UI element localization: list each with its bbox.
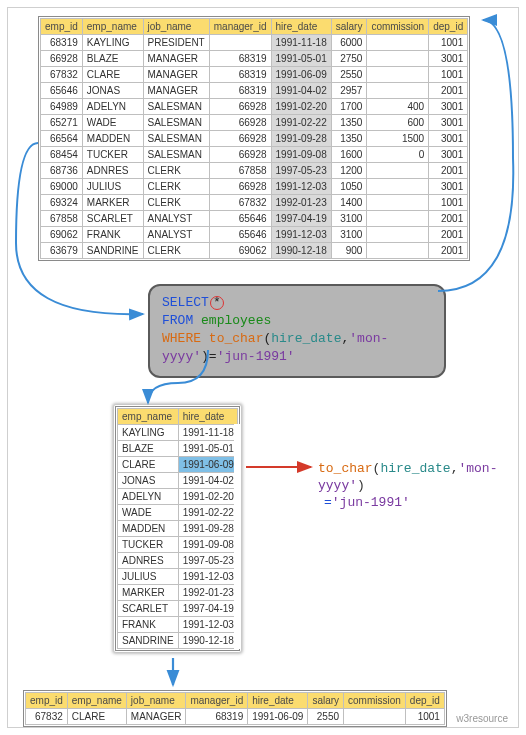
sql-close: ) <box>201 349 209 364</box>
table-row: MADDEN1991-09-28 <box>118 521 238 537</box>
table-row: 67858SCARLETANALYST656461997-04-19310020… <box>41 211 468 227</box>
col-commission: commission <box>367 19 429 35</box>
sql-val: 'jun-1991' <box>217 349 295 364</box>
table-row: ADELYN1991-02-20 <box>118 489 238 505</box>
sql-where-kw: WHERE <box>162 331 201 346</box>
col-emp_name: emp_name <box>118 409 179 425</box>
table-row: 69324MARKERCLERK678321992-01-2314001001 <box>41 195 468 211</box>
expr-val: 'jun-1991' <box>332 495 410 510</box>
expr-col: hire_date <box>380 461 450 476</box>
col-emp_name: emp_name <box>82 19 143 35</box>
table-row: 66564MADDENSALESMAN669281991-09-28135015… <box>41 131 468 147</box>
table-row: CLARE1991-06-09 <box>118 457 238 473</box>
table-row: BLAZE1991-05-01 <box>118 441 238 457</box>
col-dep_id: dep_id <box>405 693 444 709</box>
col-emp_name: emp_name <box>67 693 126 709</box>
col-hire_date: hire_date <box>271 19 331 35</box>
table-row: 68736ADNRESCLERK678581997-05-2312002001 <box>41 163 468 179</box>
col-emp_id: emp_id <box>26 693 68 709</box>
sql-func: to_char <box>209 331 264 346</box>
sql-select-kw: SELECT <box>162 295 209 310</box>
table-row: 68319KAYLINGPRESIDENT1991-11-1860001001 <box>41 35 468 51</box>
table-row: 69062FRANKANALYST656461991-12-0331002001 <box>41 227 468 243</box>
table-row: 64989ADELYNSALESMAN669281991-02-20170040… <box>41 99 468 115</box>
table-row: 68454TUCKERSALESMAN669281991-09-08160003… <box>41 147 468 163</box>
col-hire_date: hire_date <box>178 409 238 425</box>
diagram-frame: emp_idemp_namejob_namemanager_idhire_dat… <box>7 7 519 728</box>
filter-expression: to_char(hire_date,'mon-yyyy') ='jun-1991… <box>318 460 518 511</box>
sql-col: hire_date <box>271 331 341 346</box>
table-row: 65646JONASMANAGER683191991-04-0229572001 <box>41 83 468 99</box>
table-row: KAYLING1991-11-18 <box>118 425 238 441</box>
col-hire_date: hire_date <box>248 693 308 709</box>
sql-star: * <box>210 296 224 310</box>
employees-table: emp_idemp_namejob_namemanager_idhire_dat… <box>38 16 470 261</box>
col-dep_id: dep_id <box>429 19 468 35</box>
result-table: emp_idemp_namejob_namemanager_idhire_dat… <box>23 690 447 727</box>
table-row: JONAS1991-04-02 <box>118 473 238 489</box>
expr-close: ) <box>357 478 365 493</box>
projection-table: emp_namehire_dateKAYLING1991-11-18BLAZE1… <box>115 406 240 651</box>
sql-from-kw: FROM <box>162 313 193 328</box>
footer-credit: w3resource <box>456 713 508 724</box>
table-row: SANDRINE1990-12-18 <box>118 633 238 649</box>
col-manager_id: manager_id <box>209 19 271 35</box>
expr-func: to_char <box>318 461 373 476</box>
col-salary: salary <box>308 693 344 709</box>
table-row: 66928BLAZEMANAGER683191991-05-0127503001 <box>41 51 468 67</box>
expr-eq: = <box>324 495 332 510</box>
table-row: 67832CLAREMANAGER683191991-06-0925501001 <box>26 709 445 725</box>
table-row: SCARLET1997-04-19 <box>118 601 238 617</box>
col-manager_id: manager_id <box>186 693 248 709</box>
col-commission: commission <box>344 693 406 709</box>
table-row: 69000JULIUSCLERK669281991-12-0310503001 <box>41 179 468 195</box>
col-job_name: job_name <box>143 19 209 35</box>
col-emp_id: emp_id <box>41 19 83 35</box>
table-row: FRANK1991-12-03 <box>118 617 238 633</box>
table-row: 65271WADESALESMAN669281991-02-2213506003… <box>41 115 468 131</box>
col-salary: salary <box>331 19 367 35</box>
sql-eq: = <box>209 349 217 364</box>
table-row: TUCKER1991-09-08 <box>118 537 238 553</box>
sql-query-box: SELECT* FROM employees WHERE to_char(hir… <box>148 284 446 378</box>
sql-table: employees <box>201 313 271 328</box>
table-row: 67832CLAREMANAGER683191991-06-0925501001 <box>41 67 468 83</box>
table-row: JULIUS1991-12-03 <box>118 569 238 585</box>
col-job_name: job_name <box>126 693 186 709</box>
table-row: WADE1991-02-22 <box>118 505 238 521</box>
table-row: 63679SANDRINECLERK690621990-12-189002001 <box>41 243 468 259</box>
table-row: MARKER1992-01-23 <box>118 585 238 601</box>
table-row: ADNRES1997-05-23 <box>118 553 238 569</box>
